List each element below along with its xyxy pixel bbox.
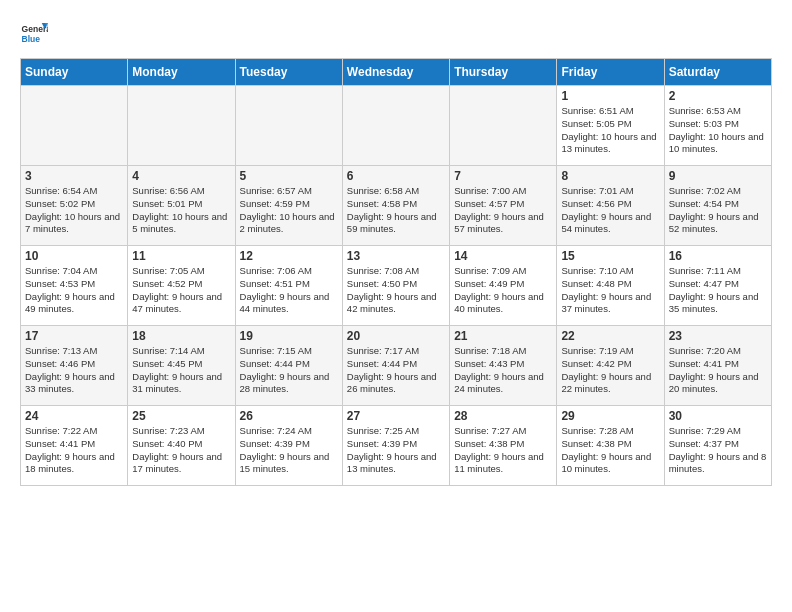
day-number: 19 <box>240 329 338 343</box>
day-number: 23 <box>669 329 767 343</box>
calendar-cell: 13Sunrise: 7:08 AM Sunset: 4:50 PM Dayli… <box>342 246 449 326</box>
day-number: 20 <box>347 329 445 343</box>
calendar-cell: 27Sunrise: 7:25 AM Sunset: 4:39 PM Dayli… <box>342 406 449 486</box>
calendar-cell: 17Sunrise: 7:13 AM Sunset: 4:46 PM Dayli… <box>21 326 128 406</box>
day-info: Sunrise: 7:09 AM Sunset: 4:49 PM Dayligh… <box>454 265 552 316</box>
calendar-cell: 26Sunrise: 7:24 AM Sunset: 4:39 PM Dayli… <box>235 406 342 486</box>
day-number: 16 <box>669 249 767 263</box>
calendar-cell: 15Sunrise: 7:10 AM Sunset: 4:48 PM Dayli… <box>557 246 664 326</box>
day-number: 29 <box>561 409 659 423</box>
day-info: Sunrise: 7:27 AM Sunset: 4:38 PM Dayligh… <box>454 425 552 476</box>
calendar-cell <box>128 86 235 166</box>
day-info: Sunrise: 7:24 AM Sunset: 4:39 PM Dayligh… <box>240 425 338 476</box>
calendar-cell: 25Sunrise: 7:23 AM Sunset: 4:40 PM Dayli… <box>128 406 235 486</box>
calendar-cell <box>342 86 449 166</box>
calendar-cell: 24Sunrise: 7:22 AM Sunset: 4:41 PM Dayli… <box>21 406 128 486</box>
weekday-header-thursday: Thursday <box>450 59 557 86</box>
weekday-header-wednesday: Wednesday <box>342 59 449 86</box>
calendar-cell: 20Sunrise: 7:17 AM Sunset: 4:44 PM Dayli… <box>342 326 449 406</box>
day-info: Sunrise: 7:11 AM Sunset: 4:47 PM Dayligh… <box>669 265 767 316</box>
day-number: 2 <box>669 89 767 103</box>
calendar-week-row: 3Sunrise: 6:54 AM Sunset: 5:02 PM Daylig… <box>21 166 772 246</box>
day-info: Sunrise: 6:53 AM Sunset: 5:03 PM Dayligh… <box>669 105 767 156</box>
calendar-cell: 11Sunrise: 7:05 AM Sunset: 4:52 PM Dayli… <box>128 246 235 326</box>
calendar-header-row: SundayMondayTuesdayWednesdayThursdayFrid… <box>21 59 772 86</box>
calendar-week-row: 24Sunrise: 7:22 AM Sunset: 4:41 PM Dayli… <box>21 406 772 486</box>
day-number: 14 <box>454 249 552 263</box>
calendar-cell: 10Sunrise: 7:04 AM Sunset: 4:53 PM Dayli… <box>21 246 128 326</box>
day-info: Sunrise: 7:10 AM Sunset: 4:48 PM Dayligh… <box>561 265 659 316</box>
day-number: 4 <box>132 169 230 183</box>
day-number: 25 <box>132 409 230 423</box>
day-number: 15 <box>561 249 659 263</box>
day-info: Sunrise: 7:28 AM Sunset: 4:38 PM Dayligh… <box>561 425 659 476</box>
day-info: Sunrise: 7:22 AM Sunset: 4:41 PM Dayligh… <box>25 425 123 476</box>
calendar-cell: 1Sunrise: 6:51 AM Sunset: 5:05 PM Daylig… <box>557 86 664 166</box>
day-number: 22 <box>561 329 659 343</box>
calendar-cell: 14Sunrise: 7:09 AM Sunset: 4:49 PM Dayli… <box>450 246 557 326</box>
day-number: 3 <box>25 169 123 183</box>
day-info: Sunrise: 7:29 AM Sunset: 4:37 PM Dayligh… <box>669 425 767 476</box>
day-info: Sunrise: 7:14 AM Sunset: 4:45 PM Dayligh… <box>132 345 230 396</box>
day-info: Sunrise: 6:57 AM Sunset: 4:59 PM Dayligh… <box>240 185 338 236</box>
calendar-cell: 5Sunrise: 6:57 AM Sunset: 4:59 PM Daylig… <box>235 166 342 246</box>
calendar-cell: 2Sunrise: 6:53 AM Sunset: 5:03 PM Daylig… <box>664 86 771 166</box>
day-number: 1 <box>561 89 659 103</box>
day-number: 8 <box>561 169 659 183</box>
calendar-week-row: 10Sunrise: 7:04 AM Sunset: 4:53 PM Dayli… <box>21 246 772 326</box>
weekday-header-saturday: Saturday <box>664 59 771 86</box>
day-info: Sunrise: 7:19 AM Sunset: 4:42 PM Dayligh… <box>561 345 659 396</box>
weekday-header-friday: Friday <box>557 59 664 86</box>
day-info: Sunrise: 7:13 AM Sunset: 4:46 PM Dayligh… <box>25 345 123 396</box>
calendar-week-row: 1Sunrise: 6:51 AM Sunset: 5:05 PM Daylig… <box>21 86 772 166</box>
day-number: 21 <box>454 329 552 343</box>
day-number: 18 <box>132 329 230 343</box>
calendar-cell: 18Sunrise: 7:14 AM Sunset: 4:45 PM Dayli… <box>128 326 235 406</box>
calendar-cell: 6Sunrise: 6:58 AM Sunset: 4:58 PM Daylig… <box>342 166 449 246</box>
day-info: Sunrise: 7:20 AM Sunset: 4:41 PM Dayligh… <box>669 345 767 396</box>
day-info: Sunrise: 7:01 AM Sunset: 4:56 PM Dayligh… <box>561 185 659 236</box>
day-info: Sunrise: 7:05 AM Sunset: 4:52 PM Dayligh… <box>132 265 230 316</box>
calendar-cell <box>450 86 557 166</box>
day-number: 9 <box>669 169 767 183</box>
calendar-cell <box>21 86 128 166</box>
day-info: Sunrise: 6:56 AM Sunset: 5:01 PM Dayligh… <box>132 185 230 236</box>
day-number: 17 <box>25 329 123 343</box>
calendar-cell: 30Sunrise: 7:29 AM Sunset: 4:37 PM Dayli… <box>664 406 771 486</box>
day-number: 26 <box>240 409 338 423</box>
day-info: Sunrise: 7:18 AM Sunset: 4:43 PM Dayligh… <box>454 345 552 396</box>
day-info: Sunrise: 7:04 AM Sunset: 4:53 PM Dayligh… <box>25 265 123 316</box>
logo: General Blue <box>20 20 48 48</box>
day-number: 5 <box>240 169 338 183</box>
calendar-cell: 3Sunrise: 6:54 AM Sunset: 5:02 PM Daylig… <box>21 166 128 246</box>
day-info: Sunrise: 7:08 AM Sunset: 4:50 PM Dayligh… <box>347 265 445 316</box>
day-number: 13 <box>347 249 445 263</box>
day-info: Sunrise: 6:54 AM Sunset: 5:02 PM Dayligh… <box>25 185 123 236</box>
calendar-cell: 16Sunrise: 7:11 AM Sunset: 4:47 PM Dayli… <box>664 246 771 326</box>
weekday-header-tuesday: Tuesday <box>235 59 342 86</box>
day-number: 27 <box>347 409 445 423</box>
svg-text:Blue: Blue <box>22 34 41 44</box>
calendar-cell: 4Sunrise: 6:56 AM Sunset: 5:01 PM Daylig… <box>128 166 235 246</box>
calendar-cell: 12Sunrise: 7:06 AM Sunset: 4:51 PM Dayli… <box>235 246 342 326</box>
calendar-cell: 19Sunrise: 7:15 AM Sunset: 4:44 PM Dayli… <box>235 326 342 406</box>
calendar-cell: 8Sunrise: 7:01 AM Sunset: 4:56 PM Daylig… <box>557 166 664 246</box>
calendar-cell: 22Sunrise: 7:19 AM Sunset: 4:42 PM Dayli… <box>557 326 664 406</box>
day-info: Sunrise: 7:17 AM Sunset: 4:44 PM Dayligh… <box>347 345 445 396</box>
calendar-cell: 29Sunrise: 7:28 AM Sunset: 4:38 PM Dayli… <box>557 406 664 486</box>
calendar-cell: 23Sunrise: 7:20 AM Sunset: 4:41 PM Dayli… <box>664 326 771 406</box>
day-info: Sunrise: 7:15 AM Sunset: 4:44 PM Dayligh… <box>240 345 338 396</box>
day-number: 7 <box>454 169 552 183</box>
day-info: Sunrise: 7:02 AM Sunset: 4:54 PM Dayligh… <box>669 185 767 236</box>
page-header: General Blue <box>20 20 772 48</box>
calendar-cell: 28Sunrise: 7:27 AM Sunset: 4:38 PM Dayli… <box>450 406 557 486</box>
calendar-cell: 9Sunrise: 7:02 AM Sunset: 4:54 PM Daylig… <box>664 166 771 246</box>
day-number: 12 <box>240 249 338 263</box>
weekday-header-monday: Monday <box>128 59 235 86</box>
calendar-cell: 7Sunrise: 7:00 AM Sunset: 4:57 PM Daylig… <box>450 166 557 246</box>
calendar-cell: 21Sunrise: 7:18 AM Sunset: 4:43 PM Dayli… <box>450 326 557 406</box>
calendar-week-row: 17Sunrise: 7:13 AM Sunset: 4:46 PM Dayli… <box>21 326 772 406</box>
day-info: Sunrise: 7:25 AM Sunset: 4:39 PM Dayligh… <box>347 425 445 476</box>
calendar-table: SundayMondayTuesdayWednesdayThursdayFrid… <box>20 58 772 486</box>
logo-icon: General Blue <box>20 20 48 48</box>
